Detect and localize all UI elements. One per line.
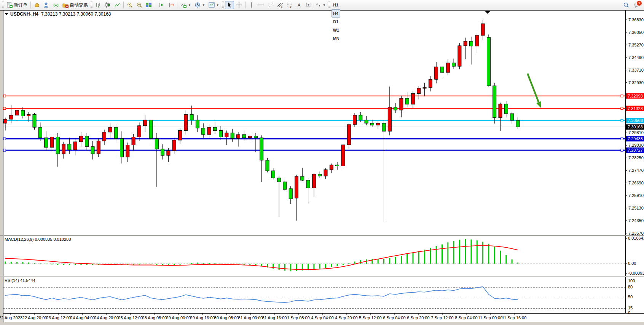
candle-body	[423, 88, 426, 88]
dropdown-caret: ▼	[202, 3, 205, 7]
timeframe-group: M1M5M15M30H1H4D1W1MN	[332, 0, 343, 43]
chart-canvas: 7.368307.360507.352707.344907.337107.329…	[0, 0, 644, 325]
arrows-icon	[315, 2, 321, 8]
candle-body	[132, 137, 135, 145]
fibonacci-icon: F	[287, 2, 293, 8]
terminal-window: 新订单 自动交易 ▼ ▼ ▼ E F	[0, 0, 644, 325]
candle-body	[108, 127, 112, 132]
timeframe-d1-button[interactable]: D1	[332, 18, 340, 26]
candle-body	[324, 170, 327, 176]
candle-body	[120, 139, 124, 157]
notification-badge: 1	[636, 0, 642, 6]
candle-body	[143, 120, 147, 126]
ohlc-values: 7.30213 7.30213 7.30060 7.30168	[41, 11, 111, 17]
svg-text:E: E	[281, 6, 282, 8]
chart-shift-button[interactable]	[157, 1, 166, 9]
text-tool-button[interactable]: A	[295, 1, 304, 9]
candle-body	[452, 63, 456, 66]
bar-chart-icon	[95, 2, 101, 8]
crosshair-tool-button[interactable]	[234, 1, 244, 9]
vertical-line-tool-button[interactable]	[247, 1, 256, 9]
svg-text:7.23570: 7.23570	[628, 231, 644, 235]
separator	[155, 2, 155, 8]
data-window-button[interactable]	[42, 1, 51, 9]
candle-body	[38, 127, 42, 138]
candle-body	[231, 133, 234, 139]
toolbar-grip	[2, 2, 4, 8]
indicators-button[interactable]: ▼	[179, 1, 193, 9]
chart-title: USDCNH-,H47.30213 7.30213 7.30060 7.3016…	[5, 11, 111, 17]
candle-body	[179, 131, 182, 140]
bar-chart-button[interactable]	[94, 1, 103, 9]
svg-text:7.32930: 7.32930	[628, 80, 644, 85]
line-handle	[621, 107, 623, 110]
candle-body	[382, 123, 386, 131]
templates-button[interactable]: ▼	[207, 1, 221, 9]
candle-body	[167, 150, 170, 155]
tile-windows-button[interactable]	[144, 1, 153, 9]
candlestick-chart-button[interactable]	[103, 1, 112, 9]
separator	[245, 2, 245, 8]
shapes-tool-button[interactable]: ▼	[314, 1, 327, 9]
timeframe-label: D1	[333, 19, 338, 24]
timeframe-h4-button[interactable]: H4	[332, 9, 340, 18]
candle-body	[283, 182, 287, 189]
candle-body	[341, 145, 345, 166]
market-watch-button[interactable]	[32, 1, 41, 9]
periods-button[interactable]: ▼	[193, 1, 207, 9]
time-label: 8 Sep 04:00	[455, 315, 477, 320]
candle-body	[405, 98, 409, 104]
search-button[interactable]	[622, 1, 631, 9]
zoom-in-button[interactable]	[125, 1, 134, 9]
horizontal-line-tool-button[interactable]	[257, 1, 266, 9]
svg-text:A: A	[298, 3, 301, 7]
candle-body	[97, 141, 100, 154]
candle-body	[271, 171, 275, 178]
line-handle	[3, 107, 6, 110]
auto-scroll-button[interactable]	[166, 1, 175, 9]
candle-body	[318, 174, 322, 176]
label-tool-button[interactable]: T	[304, 1, 313, 9]
candle-body	[510, 114, 514, 120]
line-chart-icon	[114, 2, 120, 8]
svg-text:7.29810: 7.29810	[628, 130, 644, 135]
candle-body	[68, 144, 71, 150]
svg-text:7.30168: 7.30168	[628, 125, 643, 129]
svg-text:7.34490: 7.34490	[628, 55, 644, 60]
trendline-tool-button[interactable]	[266, 1, 275, 9]
line-chart-button[interactable]	[113, 1, 122, 9]
candle-body	[114, 127, 118, 139]
zoom-out-button[interactable]	[135, 1, 144, 9]
timeframe-h1-button[interactable]: H1	[332, 1, 340, 9]
zoom-in-icon	[127, 2, 133, 8]
channel-tool-button[interactable]: E	[276, 1, 285, 9]
candle-body	[155, 139, 158, 149]
candle-body	[353, 115, 357, 124]
auto-trading-button[interactable]: 自动交易	[61, 1, 89, 9]
line-handle	[621, 95, 623, 97]
svg-text:0.00: 0.00	[628, 261, 636, 266]
new-order-button[interactable]: 新订单	[5, 1, 29, 9]
price-label: 7.30568	[626, 118, 644, 123]
rsi-label: RSI(14) 41.5444	[5, 278, 35, 283]
candle-body	[91, 147, 94, 154]
cursor-tool-button[interactable]	[225, 1, 234, 9]
fibonacci-tool-button[interactable]: F	[285, 1, 294, 9]
timeframe-mn-button[interactable]: MN	[332, 34, 341, 43]
candle-body	[62, 144, 65, 154]
notifications-button[interactable]: 1	[632, 1, 641, 9]
time-label: 31 Aug 00:00	[238, 315, 263, 320]
indicators-icon	[180, 2, 187, 8]
candle-body	[330, 165, 333, 170]
candle-body	[219, 131, 223, 137]
navigator-button[interactable]	[51, 1, 61, 9]
horizontal-line-icon	[258, 2, 264, 8]
time-label: 1 Sep 08:00	[287, 315, 309, 320]
candle-body	[103, 132, 106, 141]
time-label: 25 Aug 12:00	[118, 315, 143, 320]
candle-body	[516, 120, 520, 127]
svg-text:7.30568: 7.30568	[628, 118, 643, 123]
candle-body	[429, 79, 432, 88]
timeframe-w1-button[interactable]: W1	[332, 26, 341, 34]
time-label: 4 Sep 20:00	[335, 315, 357, 320]
